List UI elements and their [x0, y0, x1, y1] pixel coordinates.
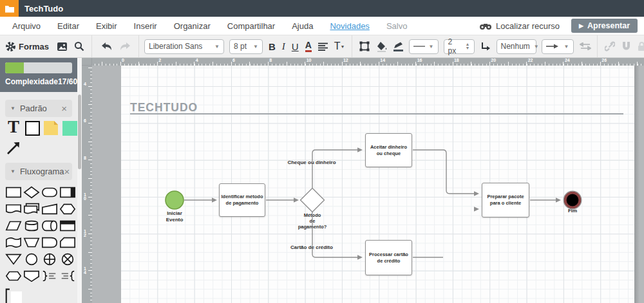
diagram-editor-app: TechTudo Arquivo Editar Exibir Inserir O… — [0, 0, 644, 303]
complexity-progress-fill — [5, 62, 24, 73]
magnetize-button[interactable] — [618, 37, 634, 55]
image-icon — [57, 42, 68, 51]
text-tool[interactable]: T — [5, 120, 22, 134]
hyperlink-button[interactable] — [601, 37, 618, 55]
shape-summing-junction[interactable] — [59, 252, 76, 266]
format-toolbar: Formas Liberation Sans ▼ 8 pt ▼ B I U A — [0, 35, 644, 58]
v-ruler-label: 1 2 — [84, 230, 86, 237]
magnet-icon — [621, 41, 631, 51]
block-tool[interactable] — [61, 121, 77, 135]
shape-delay[interactable] — [41, 235, 58, 250]
branch-bottom-label: Cartão de crédito — [285, 244, 339, 251]
search-shapes-button[interactable] — [71, 37, 88, 55]
rectangle-tool[interactable] — [24, 121, 41, 135]
swap-direction-button[interactable] — [576, 37, 594, 55]
shape-preparation[interactable] — [59, 202, 76, 216]
menu-novidades[interactable]: Novidades — [321, 21, 377, 31]
line-width-stepper[interactable]: 2 px ▲▼ — [444, 39, 475, 54]
italic-button[interactable]: I — [279, 37, 289, 55]
text-color-button[interactable]: A — [302, 37, 315, 55]
shape-brace-right[interactable] — [41, 269, 58, 283]
shapes-sidebar: Complexidade 17/60 ▼ Padrão × T ▼ Fluxog… — [0, 58, 77, 303]
shape-connector[interactable] — [23, 252, 40, 266]
shape-merge[interactable] — [5, 252, 22, 266]
shapes-toggle-button[interactable]: Formas — [0, 37, 53, 55]
menu-organizar[interactable]: Organizar — [166, 21, 219, 31]
lock-button[interactable] — [634, 37, 644, 55]
h-ruler-label: 8 — [269, 59, 272, 62]
shape-style-button[interactable] — [356, 37, 373, 55]
underline-button[interactable]: U — [289, 37, 302, 55]
shape-manual-operation[interactable] — [23, 235, 40, 250]
close-icon[interactable]: × — [61, 103, 67, 114]
arrow-end-select[interactable]: ▼ — [542, 39, 574, 54]
shape-data[interactable] — [5, 219, 22, 233]
menu-editar[interactable]: Editar — [49, 21, 88, 31]
shape-direct-access-storage[interactable] — [41, 219, 58, 233]
complexity-label: Complexidade — [5, 77, 58, 86]
shape-database[interactable] — [23, 219, 40, 233]
shape-card[interactable] — [59, 235, 76, 250]
task-process-card[interactable]: Processar cartão de crédito — [365, 240, 412, 275]
h-ruler-label: 26 — [601, 59, 607, 62]
text-options-button[interactable]: T▼ — [331, 37, 348, 55]
line-style-select[interactable]: ▼ — [409, 39, 439, 54]
shape-display[interactable] — [5, 269, 22, 283]
chevron-down-icon: ▼ — [10, 169, 15, 174]
note-tool[interactable] — [43, 121, 59, 135]
h-ruler-label: 22 — [528, 59, 533, 62]
page-title-rule — [130, 113, 623, 115]
task-identify-payment[interactable]: Identificar método de pagamento — [219, 183, 265, 217]
menu-inserir[interactable]: Inserir — [126, 21, 166, 31]
app-logo[interactable] — [0, 0, 19, 17]
find-resource-button[interactable]: Localizar recurso — [479, 21, 560, 31]
shape-terminator[interactable] — [41, 185, 58, 199]
fill-color-button[interactable] — [373, 37, 390, 55]
shape-off-page-connector[interactable] — [23, 269, 40, 283]
shape-stored-data[interactable] — [5, 235, 22, 250]
task-accept-cash[interactable]: Aceitar dinheiro ou cheque — [365, 133, 412, 167]
connector-type-button[interactable] — [477, 37, 494, 55]
shape-process[interactable] — [5, 185, 22, 199]
gear-icon — [5, 41, 16, 52]
canvas-area[interactable]: 02468101214161820222426 4681 01 21 4 — [82, 58, 644, 303]
menu-exibir[interactable]: Exibir — [88, 21, 126, 31]
shape-brace-left[interactable] — [59, 269, 76, 283]
insert-image-button[interactable] — [53, 37, 71, 55]
section-padrao[interactable]: ▼ Padrão × — [5, 100, 72, 117]
h-ruler-label: 24 — [565, 59, 570, 62]
sidebar-scrollbar-thumb[interactable] — [78, 95, 81, 169]
undo-icon — [100, 42, 113, 51]
task-prepare-package[interactable]: Preparar pacote para o cliente — [482, 183, 529, 217]
undo-button[interactable] — [97, 37, 116, 55]
menu-ajuda[interactable]: Ajuda — [283, 21, 321, 31]
lock-icon — [638, 42, 644, 51]
shape-or-junction[interactable] — [41, 252, 58, 266]
shape-bracket[interactable] — [5, 286, 22, 303]
bold-button[interactable]: B — [265, 37, 279, 55]
present-button[interactable]: ▶ Apresentar — [571, 19, 638, 33]
shape-multi-document[interactable] — [23, 202, 40, 216]
shape-internal-storage[interactable] — [59, 219, 76, 233]
menu-compartilhar[interactable]: Compartilhar — [219, 21, 283, 31]
arrow-tool[interactable] — [5, 140, 22, 156]
arrow-start-select[interactable]: Nenhum ▼ — [497, 39, 536, 54]
shape-manual-input[interactable] — [41, 202, 58, 216]
decision-label: Método de pagamento? — [287, 212, 338, 230]
h-ruler-label: 4 — [196, 59, 198, 62]
close-icon[interactable]: × — [64, 166, 70, 177]
h-ruler-label: 14 — [380, 59, 385, 62]
section-fluxograma[interactable]: ▼ Fluxograma × — [5, 163, 72, 180]
chevron-down-icon: ▼ — [249, 44, 258, 50]
menu-arquivo[interactable]: Arquivo — [4, 21, 49, 31]
shape-predefined-process[interactable] — [59, 185, 76, 199]
align-button[interactable] — [315, 37, 331, 55]
redo-button[interactable] — [116, 37, 135, 55]
line-color-button[interactable] — [390, 37, 406, 55]
shape-document[interactable] — [5, 202, 22, 216]
font-family-select[interactable]: Liberation Sans ▼ — [144, 39, 224, 54]
shape-decision[interactable] — [23, 185, 40, 199]
sidebar-scrollbar[interactable] — [77, 58, 82, 303]
page-title[interactable]: TECHTUDO — [130, 101, 198, 115]
font-size-select[interactable]: 8 pt ▼ — [229, 39, 263, 54]
